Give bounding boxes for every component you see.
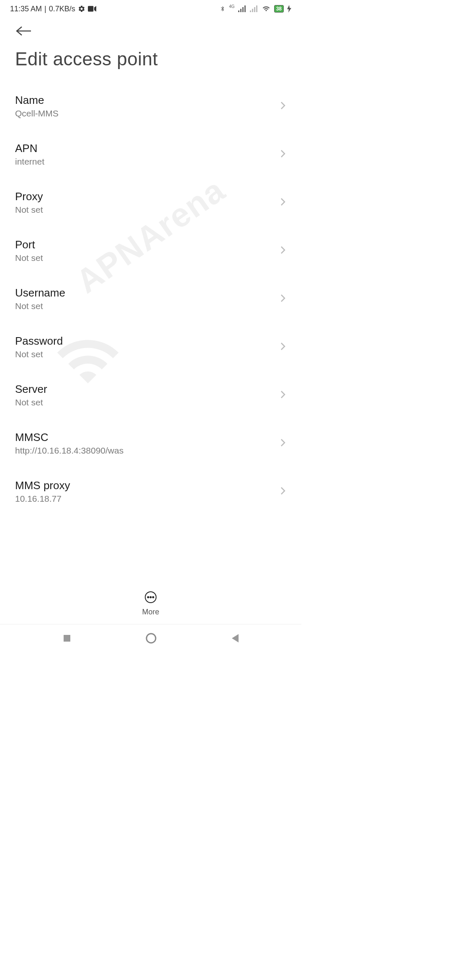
bottom-toolbar: More [0, 587, 301, 621]
svg-rect-8 [256, 5, 257, 12]
camera-icon [88, 6, 96, 12]
status-time: 11:35 AM [10, 5, 42, 13]
setting-username[interactable]: Username Not set [15, 275, 286, 323]
setting-label: Server [15, 383, 47, 396]
svg-point-12 [150, 597, 151, 598]
svg-rect-4 [244, 5, 246, 12]
setting-proxy[interactable]: Proxy Not set [15, 178, 286, 227]
nav-home-icon[interactable] [145, 632, 157, 646]
setting-name[interactable]: Name Qcell-MMS [15, 82, 286, 130]
svg-rect-3 [242, 7, 244, 12]
signal-1-icon [238, 5, 247, 12]
svg-rect-5 [250, 10, 251, 12]
svg-rect-14 [64, 635, 70, 642]
svg-rect-6 [252, 9, 253, 12]
chevron-right-icon [280, 101, 286, 112]
charging-icon [287, 5, 291, 13]
battery-indicator: 38 [274, 5, 284, 13]
network-type: 4G [229, 4, 234, 9]
svg-point-11 [147, 597, 149, 598]
nav-recent-icon[interactable] [62, 633, 72, 645]
setting-value: Not set [15, 205, 43, 215]
setting-value: 10.16.18.77 [15, 494, 70, 504]
setting-port[interactable]: Port Not set [15, 227, 286, 275]
svg-rect-7 [254, 7, 255, 12]
bluetooth-icon [220, 5, 226, 13]
chevron-right-icon [280, 245, 286, 257]
status-left: 11:35 AM | 0.7KB/s [10, 5, 96, 13]
setting-value: Not set [15, 397, 47, 407]
setting-label: Name [15, 94, 59, 107]
chevron-right-icon [280, 341, 286, 353]
setting-value: http://10.16.18.4:38090/was [15, 446, 123, 456]
setting-label: MMSC [15, 431, 123, 444]
setting-value: internet [15, 157, 44, 167]
svg-point-13 [152, 597, 154, 598]
more-icon [144, 591, 157, 605]
setting-password[interactable]: Password Not set [15, 323, 286, 371]
status-separator: | [44, 5, 46, 13]
more-label: More [142, 608, 159, 616]
chevron-right-icon [280, 197, 286, 209]
setting-label: Proxy [15, 190, 43, 203]
setting-server[interactable]: Server Not set [15, 371, 286, 419]
setting-label: APN [15, 142, 44, 155]
setting-mmsc[interactable]: MMSC http://10.16.18.4:38090/was [15, 419, 286, 467]
settings-list: Name Qcell-MMS APN internet Proxy Not se… [0, 82, 301, 516]
back-icon[interactable] [16, 31, 33, 38]
svg-point-15 [146, 634, 156, 643]
chevron-right-icon [280, 486, 286, 498]
setting-value: Qcell-MMS [15, 108, 59, 119]
setting-label: Port [15, 238, 43, 251]
setting-value: Not set [15, 253, 43, 263]
signal-2-icon [250, 5, 258, 12]
more-button[interactable]: More [142, 591, 159, 616]
status-data-rate: 0.7KB/s [49, 5, 75, 13]
status-right: 4G 38 [220, 5, 291, 13]
status-bar: 11:35 AM | 0.7KB/s 4G 38 [0, 0, 301, 18]
setting-apn[interactable]: APN internet [15, 130, 286, 178]
chevron-right-icon [280, 293, 286, 305]
chevron-right-icon [280, 389, 286, 401]
setting-label: Username [15, 286, 65, 299]
setting-label: MMS proxy [15, 479, 70, 492]
nav-bar [0, 624, 301, 653]
setting-value: Not set [15, 301, 65, 311]
svg-rect-0 [88, 6, 93, 11]
chevron-right-icon [280, 438, 286, 449]
setting-label: Password [15, 335, 63, 348]
setting-mms-proxy[interactable]: MMS proxy 10.16.18.77 [15, 467, 286, 516]
wifi-icon [262, 5, 271, 13]
chevron-right-icon [280, 149, 286, 160]
gear-icon [78, 5, 85, 13]
back-row [0, 18, 301, 43]
setting-value: Not set [15, 349, 63, 359]
svg-rect-2 [240, 9, 241, 12]
nav-back-icon[interactable] [230, 633, 239, 645]
page-title: Edit access point [0, 43, 301, 82]
svg-rect-1 [238, 10, 239, 12]
